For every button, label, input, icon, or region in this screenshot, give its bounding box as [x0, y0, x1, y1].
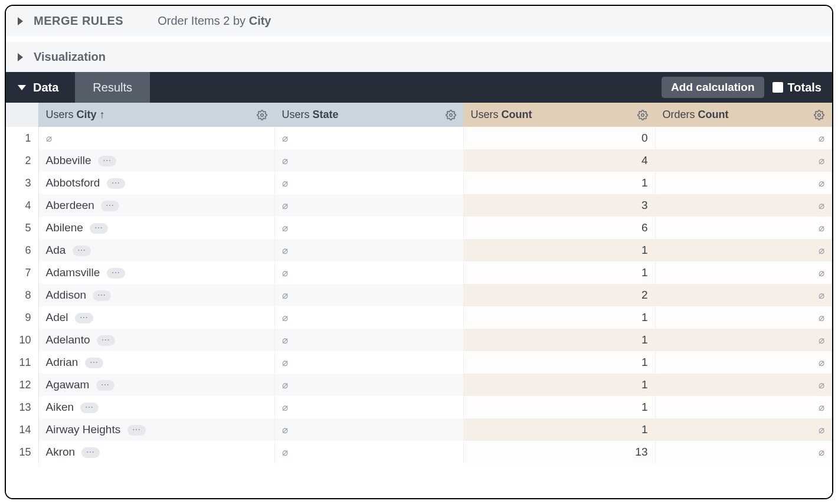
cell-city[interactable]: Addison: [38, 284, 274, 306]
data-table-scroll[interactable]: Users City ↑Users StateUsers CountOrders…: [6, 103, 832, 498]
cell-city[interactable]: Airway Heights: [38, 418, 274, 441]
multi-value-icon[interactable]: [75, 313, 93, 323]
cell-users-count[interactable]: 1: [463, 239, 655, 261]
cell-city[interactable]: Agawam: [38, 374, 274, 396]
column-header-orders_count[interactable]: Orders Count: [655, 103, 832, 127]
totals-toggle[interactable]: Totals: [770, 72, 832, 103]
totals-checkbox[interactable]: [772, 82, 783, 93]
cell-city[interactable]: Abilene: [38, 217, 274, 239]
cell-state[interactable]: ⌀: [274, 351, 463, 374]
cell-orders-count[interactable]: ⌀: [655, 172, 832, 194]
cell-orders-count[interactable]: ⌀: [655, 239, 832, 261]
cell-orders-count[interactable]: ⌀: [655, 306, 832, 329]
cell-city[interactable]: Akron: [38, 441, 274, 463]
cell-users-count[interactable]: 2: [463, 284, 655, 306]
multi-value-icon[interactable]: [127, 425, 146, 436]
cell-users-count[interactable]: 3: [463, 194, 655, 217]
cell-users-count[interactable]: 1: [463, 396, 655, 418]
cell-state[interactable]: ⌀: [274, 194, 463, 217]
cell-state[interactable]: ⌀: [274, 418, 463, 441]
visualization-panel[interactable]: Visualization: [6, 42, 832, 72]
gear-icon[interactable]: [446, 110, 456, 120]
cell-state[interactable]: ⌀: [274, 172, 463, 194]
cell-users-count[interactable]: 1: [463, 374, 655, 396]
column-header-label: Users Count: [471, 109, 532, 121]
column-header-state[interactable]: Users State: [274, 103, 463, 127]
cell-orders-count[interactable]: ⌀: [655, 261, 832, 284]
cell-orders-count[interactable]: ⌀: [655, 127, 832, 149]
cell-city[interactable]: Adelanto: [38, 329, 274, 351]
multi-value-icon[interactable]: [85, 358, 103, 368]
cell-users-count[interactable]: 0: [463, 127, 655, 149]
multi-value-icon[interactable]: [81, 447, 100, 458]
cell-state[interactable]: ⌀: [274, 306, 463, 329]
gear-icon[interactable]: [257, 110, 267, 120]
cell-orders-count[interactable]: ⌀: [655, 396, 832, 418]
cell-orders-count[interactable]: ⌀: [655, 374, 832, 396]
cell-city[interactable]: Ada: [38, 239, 274, 261]
cell-users-count[interactable]: 1: [463, 172, 655, 194]
cell-users-count[interactable]: 1: [463, 351, 655, 374]
cell-city[interactable]: Abbotsford: [38, 172, 274, 194]
cell-city[interactable]: Abbeville: [38, 149, 274, 172]
multi-value-icon[interactable]: [96, 380, 114, 391]
results-tab[interactable]: Results: [75, 72, 150, 103]
cell-city[interactable]: Adamsville: [38, 261, 274, 284]
cell-city[interactable]: Adel: [38, 306, 274, 329]
null-icon: ⌀: [819, 155, 824, 166]
multi-value-icon[interactable]: [73, 246, 91, 256]
null-icon: ⌀: [819, 379, 824, 391]
multi-value-icon[interactable]: [101, 201, 119, 211]
cell-city[interactable]: Adrian: [38, 351, 274, 374]
multi-value-icon[interactable]: [98, 156, 116, 166]
multi-value-icon[interactable]: [97, 335, 115, 346]
cell-users-count[interactable]: 4: [463, 149, 655, 172]
cell-city[interactable]: ⌀: [38, 127, 274, 149]
row-number: 13: [6, 396, 38, 418]
cell-orders-count[interactable]: ⌀: [655, 149, 832, 172]
cell-orders-count[interactable]: ⌀: [655, 351, 832, 374]
cell-users-count[interactable]: 13: [463, 441, 655, 463]
totals-label: Totals: [788, 81, 821, 94]
cell-state[interactable]: ⌀: [274, 127, 463, 149]
cell-orders-count[interactable]: ⌀: [655, 194, 832, 217]
cell-orders-count[interactable]: ⌀: [655, 217, 832, 239]
add-calculation-button[interactable]: Add calculation: [662, 77, 764, 98]
cell-state[interactable]: ⌀: [274, 284, 463, 306]
multi-value-icon[interactable]: [90, 223, 108, 234]
svg-point-0: [260, 113, 263, 116]
multi-value-icon[interactable]: [107, 268, 125, 279]
multi-value-icon[interactable]: [80, 402, 99, 413]
gear-icon[interactable]: [814, 110, 824, 120]
row-number: 5: [6, 217, 38, 239]
gear-icon[interactable]: [637, 110, 648, 120]
cell-state[interactable]: ⌀: [274, 239, 463, 261]
cell-users-count[interactable]: 1: [463, 306, 655, 329]
cell-users-count[interactable]: 1: [463, 261, 655, 284]
cell-users-count[interactable]: 1: [463, 418, 655, 441]
cell-state[interactable]: ⌀: [274, 261, 463, 284]
null-icon: ⌀: [819, 200, 824, 211]
cell-orders-count[interactable]: ⌀: [655, 441, 832, 463]
multi-value-icon[interactable]: [107, 178, 125, 189]
column-header-users_count[interactable]: Users Count: [463, 103, 655, 127]
cell-city[interactable]: Aiken: [38, 396, 274, 418]
table-row: 2Abbeville ⌀4⌀: [6, 149, 832, 172]
cell-state[interactable]: ⌀: [274, 374, 463, 396]
cell-orders-count[interactable]: ⌀: [655, 284, 832, 306]
row-number: 2: [6, 149, 38, 172]
cell-city[interactable]: Aberdeen: [38, 194, 274, 217]
cell-state[interactable]: ⌀: [274, 149, 463, 172]
cell-state[interactable]: ⌀: [274, 396, 463, 418]
cell-orders-count[interactable]: ⌀: [655, 418, 832, 441]
cell-state[interactable]: ⌀: [274, 441, 463, 463]
cell-orders-count[interactable]: ⌀: [655, 329, 832, 351]
multi-value-icon[interactable]: [93, 290, 111, 301]
cell-state[interactable]: ⌀: [274, 217, 463, 239]
cell-state[interactable]: ⌀: [274, 329, 463, 351]
data-section-toggle[interactable]: Data: [6, 72, 75, 103]
cell-users-count[interactable]: 6: [463, 217, 655, 239]
merge-rules-panel[interactable]: MERGE RULES Order Items 2 by City: [6, 6, 832, 42]
column-header-city[interactable]: Users City ↑: [38, 103, 274, 127]
cell-users-count[interactable]: 1: [463, 329, 655, 351]
